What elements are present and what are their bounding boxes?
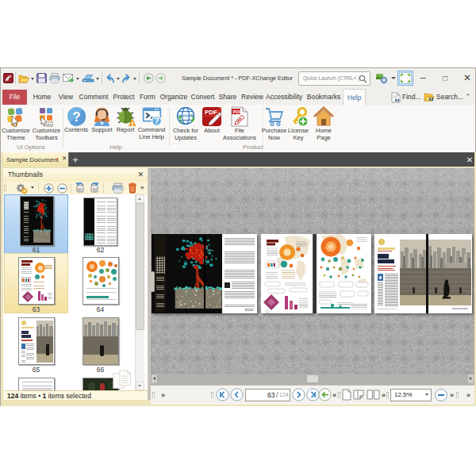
svg-text:PDF: PDF (205, 109, 217, 116)
svg-text:PDF: PDF (233, 109, 243, 114)
svg-text:?: ? (154, 117, 159, 125)
svg-text:90: 90 (93, 187, 98, 192)
svg-text:?: ? (72, 109, 80, 125)
svg-text:90: 90 (78, 187, 83, 192)
